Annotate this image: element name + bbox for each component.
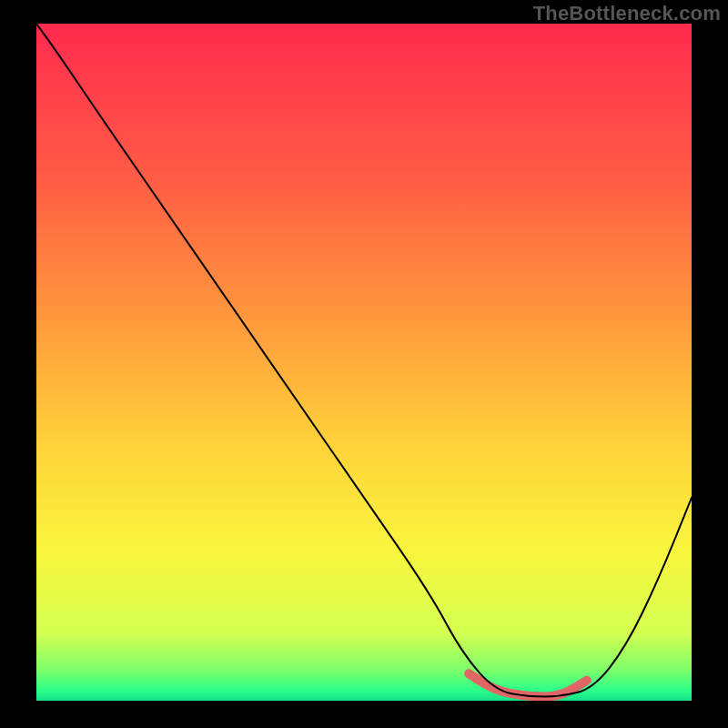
plot-area xyxy=(36,24,692,701)
source-attribution: TheBottleneck.com xyxy=(533,2,721,25)
bottleneck-chart xyxy=(36,24,692,701)
chart-frame: TheBottleneck.com xyxy=(0,0,728,728)
gradient-background xyxy=(36,24,692,701)
